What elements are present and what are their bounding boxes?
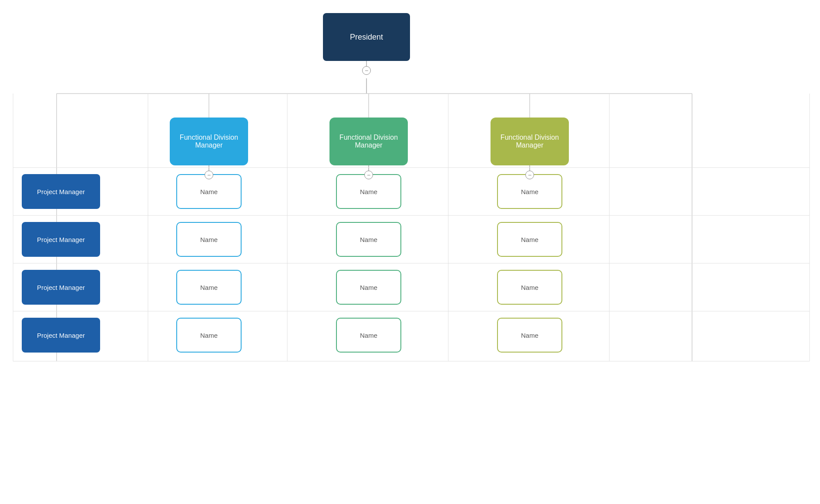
name-label-o1: Name: [521, 188, 538, 195]
pm-node-4[interactable]: Project Manager: [22, 318, 100, 353]
fdm-node-3[interactable]: Functional DivisionManager: [491, 118, 569, 165]
name-box-green-4[interactable]: Name: [336, 318, 401, 353]
name-label-g1: Name: [360, 188, 377, 195]
fdm-node-2[interactable]: Functional DivisionManager: [329, 118, 408, 165]
name-label-b4: Name: [200, 332, 218, 339]
pm-label-1: Project Manager: [37, 188, 85, 195]
name-box-green-2[interactable]: Name: [336, 222, 401, 257]
name-box-blue-4[interactable]: Name: [176, 318, 242, 353]
name-box-blue-3[interactable]: Name: [176, 270, 242, 305]
pm-node-3[interactable]: Project Manager: [22, 270, 100, 305]
fdm-label-1: Functional DivisionManager: [180, 134, 238, 149]
name-box-green-1[interactable]: Name: [336, 174, 401, 209]
name-box-olive-4[interactable]: Name: [497, 318, 562, 353]
minus-icon-3: −: [367, 171, 370, 178]
minus-icon-2: −: [207, 171, 211, 178]
pm-label-3: Project Manager: [37, 284, 85, 291]
fdm1-connector-circle[interactable]: −: [205, 171, 213, 179]
name-label-b3: Name: [200, 284, 218, 291]
name-box-olive-2[interactable]: Name: [497, 222, 562, 257]
president-node[interactable]: President: [323, 13, 410, 61]
connector-lines: [0, 0, 820, 504]
fdm-node-1[interactable]: Functional DivisionManager: [170, 118, 248, 165]
fdm3-connector-circle[interactable]: −: [525, 171, 534, 179]
minus-icon-4: −: [528, 171, 531, 178]
name-label-g3: Name: [360, 284, 377, 291]
name-label-g2: Name: [360, 236, 377, 243]
pm-node-1[interactable]: Project Manager: [22, 174, 100, 209]
name-box-green-3[interactable]: Name: [336, 270, 401, 305]
name-label-b2: Name: [200, 236, 218, 243]
fdm-label-2: Functional DivisionManager: [339, 134, 398, 149]
pm-label-2: Project Manager: [37, 236, 85, 243]
president-label: President: [350, 33, 383, 42]
name-label-b1: Name: [200, 188, 218, 195]
name-label-o2: Name: [521, 236, 538, 243]
pm-label-4: Project Manager: [37, 332, 85, 339]
pm-node-2[interactable]: Project Manager: [22, 222, 100, 257]
name-label-o4: Name: [521, 332, 538, 339]
name-label-o3: Name: [521, 284, 538, 291]
fdm2-connector-circle[interactable]: −: [364, 171, 373, 179]
name-box-blue-2[interactable]: Name: [176, 222, 242, 257]
name-label-g4: Name: [360, 332, 377, 339]
org-chart: President − Functional DivisionManager −…: [0, 0, 820, 504]
name-box-blue-1[interactable]: Name: [176, 174, 242, 209]
name-box-olive-1[interactable]: Name: [497, 174, 562, 209]
fdm-label-3: Functional DivisionManager: [501, 134, 559, 149]
minus-icon: −: [365, 67, 368, 74]
name-box-olive-3[interactable]: Name: [497, 270, 562, 305]
president-connector-circle[interactable]: −: [362, 66, 371, 75]
